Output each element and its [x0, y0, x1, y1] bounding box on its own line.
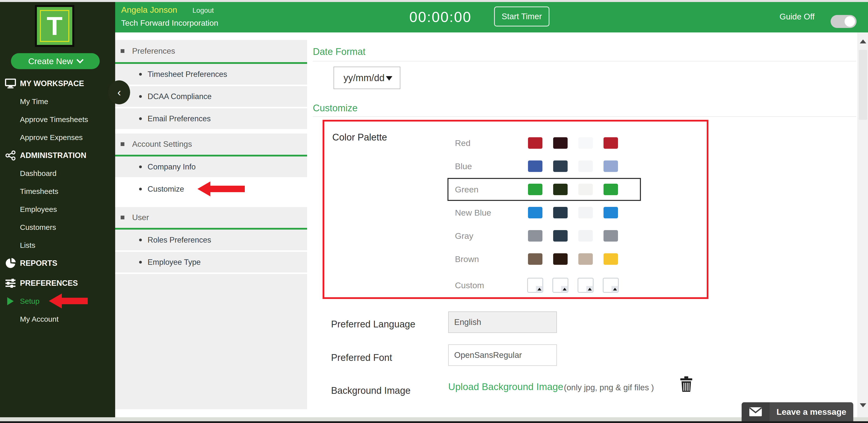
monitor-icon [4, 78, 17, 90]
nav-item-label: Email Preferences [148, 114, 211, 123]
color-swatch [528, 161, 542, 172]
nav-empty-area [115, 274, 307, 409]
custom-color-picker[interactable] [552, 278, 568, 293]
sidebar-item-approve-timesheets[interactable]: Approve Timesheets [0, 112, 115, 128]
collapse-nav-button[interactable]: ‹ [108, 80, 130, 104]
pie-chart-icon [4, 257, 17, 269]
background-image-label: Background Image [331, 385, 410, 396]
picker-triangle-icon [563, 288, 567, 290]
create-new-button[interactable]: Create New [11, 53, 100, 69]
custom-color-picker[interactable] [603, 278, 619, 293]
palette-row-label: Green [455, 185, 478, 194]
sidebar-section-administration[interactable]: ADMINISTRATION [0, 147, 115, 164]
sidebar-item-my-time[interactable]: My Time [0, 93, 115, 110]
scrollbar-thumb[interactable] [859, 50, 867, 120]
nav-item-label: Roles Preferences [148, 235, 211, 245]
trash-icon[interactable] [680, 376, 693, 393]
guide-toggle[interactable] [831, 15, 857, 28]
palette-row-green-selected[interactable]: Green [447, 178, 641, 201]
sidebar-item-employees[interactable]: Employees [0, 201, 115, 217]
sidebar-section-reports[interactable]: REPORTS [0, 255, 115, 271]
preferred-language-value: English [454, 317, 481, 327]
palette-row-gray[interactable]: Gray [448, 224, 642, 247]
settings-nav: ‹ Preferences Timesheet Preferences DCAA… [115, 32, 307, 409]
sidebar-item-label: Customers [20, 223, 56, 232]
color-swatch [553, 184, 568, 195]
picker-corner [561, 286, 568, 292]
preferred-font-input[interactable]: OpenSansRegular [448, 344, 557, 366]
color-swatch [578, 207, 593, 218]
square-bullet-icon [121, 216, 124, 219]
timer-display: 00:00:00 [409, 8, 472, 25]
custom-color-picker[interactable] [578, 278, 593, 293]
picker-corner [612, 286, 618, 292]
caret-down-icon [386, 76, 392, 81]
palette-row-label: New Blue [455, 208, 491, 218]
scroll-up-icon[interactable] [860, 39, 866, 44]
sidebar-item-label: Dashboard [20, 169, 57, 178]
annotation-box-color-palette: Color Palette Red Blue Green [322, 120, 709, 299]
scroll-down-icon[interactable] [860, 403, 866, 407]
main-content: Date Format yy/mm/dd Customize Color Pal… [307, 32, 857, 411]
sidebar-item-timesheets[interactable]: Timesheets [0, 184, 115, 199]
upload-background-image-link[interactable]: Upload Background Image [448, 381, 563, 392]
custom-color-picker[interactable] [527, 278, 543, 293]
sidebar-item-approve-expenses[interactable]: Approve Expenses [0, 130, 115, 145]
sidebar-section-my-workspace[interactable]: MY WORKSPACE [0, 76, 115, 92]
palette-row-brown[interactable]: Brown [448, 248, 642, 271]
nav-item-timesheet-preferences[interactable]: Timesheet Preferences [115, 64, 307, 85]
sidebar-item-label: Employees [20, 205, 57, 214]
toggle-knob [844, 16, 855, 27]
logout-link[interactable]: Logout [192, 6, 214, 15]
arrow-head [49, 293, 62, 308]
nav-item-email-preferences[interactable]: Email Preferences [115, 108, 307, 129]
sidebar-item-lists[interactable]: Lists [0, 237, 115, 253]
sidebar: T Create New MY WORKSPACE My Time Approv… [0, 2, 115, 417]
start-timer-button[interactable]: Start Timer [494, 6, 550, 26]
sidebar-item-label: Timesheets [20, 187, 58, 196]
palette-row-blue[interactable]: Blue [448, 155, 642, 178]
user-name[interactable]: Angela Jonson [121, 5, 177, 15]
color-swatch [603, 137, 618, 149]
nav-item-roles-preferences[interactable]: Roles Preferences [115, 230, 307, 250]
nav-heading-preferences: Preferences [115, 40, 307, 62]
nav-item-dcaa-compliance[interactable]: DCAA Compliance [115, 86, 307, 107]
dot-bullet-icon [139, 95, 142, 98]
create-new-label: Create New [28, 56, 73, 66]
arrow-head [197, 181, 210, 196]
square-bullet-icon [121, 49, 124, 53]
app-logo: T [35, 5, 74, 47]
color-swatch [603, 161, 618, 172]
logo-letter: T [40, 10, 69, 42]
sidebar-section-preferences[interactable]: PREFERENCES [0, 275, 115, 291]
dot-bullet-icon [139, 238, 142, 241]
palette-row-label: Custom [455, 281, 484, 290]
sidebar-item-customers[interactable]: Customers [0, 219, 115, 235]
palette-row-red[interactable]: Red [448, 132, 642, 154]
picker-corner [536, 286, 543, 292]
leave-message-widget[interactable]: Leave a message [742, 402, 853, 421]
palette-row-new-blue[interactable]: New Blue [448, 201, 642, 224]
divider [313, 61, 856, 61]
color-swatch [603, 207, 618, 218]
sidebar-section-label: MY WORKSPACE [20, 79, 84, 88]
dot-bullet-icon [139, 73, 142, 76]
nav-item-company-info[interactable]: Company Info [115, 157, 307, 177]
date-format-select[interactable]: yy/mm/dd [334, 67, 400, 89]
nav-heading-account-settings: Account Settings [115, 134, 307, 155]
play-triangle-icon [4, 295, 17, 307]
sidebar-item-dashboard[interactable]: Dashboard [0, 166, 115, 181]
sidebar-item-label: Setup [20, 297, 39, 306]
nav-item-employee-type[interactable]: Employee Type [115, 252, 307, 273]
palette-row-label: Blue [455, 162, 472, 171]
preferred-language-input[interactable]: English [448, 311, 557, 333]
guide-toggle-label: Guide Off [779, 12, 815, 22]
nav-item-label: DCAA Compliance [148, 92, 212, 101]
color-swatch [528, 207, 542, 218]
window-top-strip [0, 0, 868, 2]
sidebar-item-my-account[interactable]: My Account [0, 311, 115, 327]
picker-triangle-icon [613, 288, 617, 290]
vertical-scrollbar[interactable] [858, 32, 868, 417]
upload-file-types-hint: (only jpg, png & gif files ) [564, 383, 654, 392]
dot-bullet-icon [139, 261, 142, 263]
